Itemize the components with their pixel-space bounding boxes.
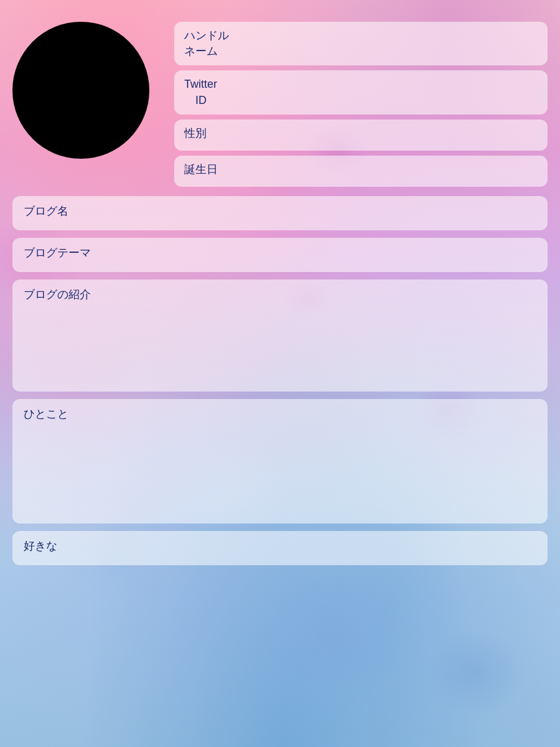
blog-name-field[interactable]: ブログ名 [12,196,548,230]
handle-name-field[interactable]: ハンドル ネーム [174,22,548,65]
hitokoto-field[interactable]: ひとこと [12,399,548,524]
twitter-id-field[interactable]: Twitter ID [174,70,548,114]
full-width-fields: ブログ名 ブログテーマ ブログの紹介 ひとこと 好きな [12,196,548,565]
blog-intro-label: ブログの紹介 [24,288,91,301]
gender-label: 性別 [184,127,207,139]
favorite-field[interactable]: 好きな [12,531,548,565]
right-fields: ハンドル ネーム Twitter ID 性別 誕生日 [174,16,548,187]
hitokoto-label: ひとこと [24,408,68,420]
handle-name-label: ハンドル ネーム [184,29,229,57]
blog-theme-field[interactable]: ブログテーマ [12,238,548,272]
birthday-label: 誕生日 [184,163,218,176]
twitter-id-label: Twitter ID [184,78,217,106]
blog-name-label: ブログ名 [24,205,68,217]
top-section: ハンドル ネーム Twitter ID 性別 誕生日 [12,16,548,187]
avatar [12,22,149,159]
avatar-container [12,22,162,171]
favorite-label: 好きな [24,540,57,552]
gender-field[interactable]: 性別 [174,120,548,151]
blog-theme-label: ブログテーマ [24,247,91,259]
birthday-field[interactable]: 誕生日 [174,156,548,187]
blog-intro-field[interactable]: ブログの紹介 [12,280,548,392]
